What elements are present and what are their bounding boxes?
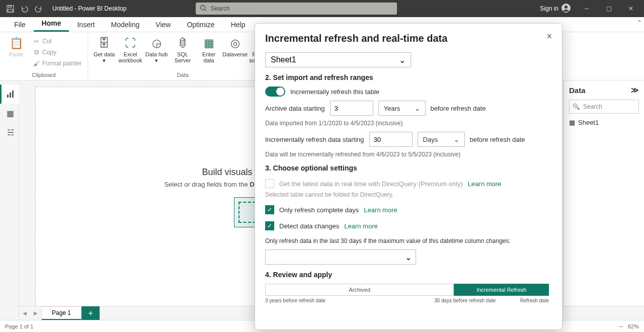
complete-days-label: Only refresh complete days [279, 206, 359, 214]
dialog-title: Incremental refresh and real-time data [265, 33, 552, 44]
tab-help[interactable]: Help [223, 18, 254, 32]
data-pane: Data≫ 🔍Search ▦Sheet1 [564, 80, 644, 320]
svg-rect-1 [8, 5, 11, 7]
data-pane-heading: Data [569, 86, 586, 95]
svg-rect-2 [8, 9, 12, 12]
format-painter-button[interactable]: 🖌Format painter [30, 58, 84, 68]
copy-icon: ⧉ [32, 48, 40, 56]
tab-view[interactable]: View [147, 18, 179, 32]
zoom-level: 62% [628, 323, 639, 329]
report-view-button[interactable] [0, 85, 19, 104]
scissors-icon: ✂ [32, 37, 40, 45]
table-icon: ▦ [569, 119, 575, 126]
incr-number-input[interactable] [369, 132, 413, 147]
enter-data-button[interactable]: ▦Enter data [197, 34, 221, 63]
dataverse-button[interactable]: ◎Dataverse [223, 34, 247, 57]
detect-changes-checkbox[interactable]: ✓ [265, 221, 274, 230]
archive-unit-label: Years [384, 105, 400, 112]
svg-rect-6 [7, 95, 9, 98]
close-window-button[interactable]: ✕ [620, 0, 642, 17]
section-3-title: 3. Choose optional settings [265, 164, 549, 172]
detect-changes-label: Detect data changes [279, 222, 339, 230]
learn-more-complete[interactable]: Learn more [364, 206, 397, 214]
table-label: Sheet1 [578, 119, 599, 126]
page-next-button[interactable]: ▶ [30, 306, 41, 320]
signin-button[interactable]: Sign in [535, 4, 576, 14]
chevron-down-icon: ⌄ [415, 105, 420, 112]
add-page-button[interactable]: + [82, 306, 100, 320]
copy-button[interactable]: ⧉Copy [30, 47, 84, 57]
svg-rect-8 [12, 91, 14, 98]
sql-icon: 🛢 [176, 36, 190, 50]
page-indicator: Page 1 of 1 [5, 323, 33, 329]
incremental-toggle[interactable] [265, 87, 285, 97]
learn-more-dq[interactable]: Learn more [468, 180, 501, 188]
database-icon: 🗄 [97, 36, 111, 50]
tab-file[interactable]: File [6, 18, 34, 32]
save-icon[interactable] [4, 3, 16, 15]
incr-hint: Data will be incrementally refreshed fro… [265, 151, 549, 158]
excel-workbook-button[interactable]: ⛶Excel workbook [118, 34, 142, 63]
archive-unit-select[interactable]: Years⌄ [378, 101, 426, 116]
timeline-label-incr: 30 days before refresh date [434, 298, 519, 304]
incr-label-pre: Incrementally refresh data starting [265, 136, 364, 143]
fields-search[interactable]: 🔍Search [569, 100, 639, 114]
tab-home[interactable]: Home [34, 16, 69, 32]
clipboard-group-label: Clipboard [32, 72, 55, 79]
table-sheet1[interactable]: ▦Sheet1 [569, 119, 639, 126]
archive-number-input[interactable] [330, 101, 373, 116]
tab-insert[interactable]: Insert [69, 18, 103, 32]
data-view-button[interactable]: ▦ [0, 104, 19, 123]
view-bar: ▦ ☵ [0, 80, 19, 320]
brush-icon: 🖌 [32, 59, 40, 67]
timeline-archived: Archived [265, 284, 454, 296]
collapse-ribbon-icon[interactable]: ⌃ [637, 19, 642, 26]
get-data-button[interactable]: 🗄Get data ▾ [92, 34, 116, 63]
model-view-button[interactable]: ☵ [0, 123, 19, 142]
redo-icon[interactable] [32, 3, 44, 15]
complete-days-checkbox[interactable]: ✓ [265, 205, 274, 214]
table-selector[interactable]: Sheet1 ⌄ [265, 52, 411, 67]
paste-button[interactable]: 📋 Paste [4, 34, 28, 57]
incr-unit-select[interactable]: Days⌄ [418, 132, 465, 147]
title-bar: Untitled - Power BI Desktop Search Sign … [0, 0, 644, 17]
tab-optimize[interactable]: Optimize [179, 18, 222, 32]
maximize-button[interactable]: ▢ [598, 0, 620, 17]
data-group-label: Data [177, 72, 188, 79]
dataverse-icon: ◎ [228, 36, 242, 50]
clipboard-icon: 📋 [9, 36, 23, 50]
close-dialog-button[interactable]: ✕ [544, 31, 555, 42]
signin-label: Sign in [540, 5, 558, 12]
archive-label-post: before refresh date [431, 105, 486, 112]
svg-point-3 [200, 5, 205, 10]
minimize-button[interactable]: ─ [576, 0, 598, 17]
directquery-label: Get the latest data in real time with Di… [279, 180, 463, 188]
section-4-title: 4. Review and apply [265, 271, 549, 279]
learn-more-detect[interactable]: Learn more [344, 222, 377, 230]
tab-modeling[interactable]: Modeling [103, 18, 147, 32]
refresh-timeline: Archived Incremental Refresh 3 years bef… [265, 284, 549, 304]
undo-icon[interactable] [18, 3, 30, 15]
data-hub-button[interactable]: ◶Data hub ▾ [144, 34, 169, 63]
incremental-refresh-dialog: ✕ Incremental refresh and real-time data… [255, 23, 562, 330]
window-title: Untitled - Power BI Desktop [48, 5, 126, 12]
chevron-down-icon: ⌄ [399, 55, 406, 65]
datetime-column-select[interactable]: ⌄ [265, 250, 416, 265]
dq-disabled-note: Selected table cannot be folded for Dire… [265, 191, 549, 198]
datahub-icon: ◶ [149, 36, 164, 50]
search-placeholder: Search [211, 5, 230, 12]
excel-label: Excel workbook [118, 51, 142, 63]
cut-button[interactable]: ✂Cut [30, 36, 84, 46]
incr-unit-label: Days [423, 136, 438, 143]
zoom-out-button[interactable]: ─ [619, 323, 623, 329]
format-painter-label: Format painter [42, 60, 82, 67]
page-tab-1[interactable]: Page 1 [41, 306, 82, 320]
expand-pane-icon[interactable]: ≫ [631, 86, 639, 95]
svg-rect-7 [10, 93, 11, 98]
global-search[interactable]: Search [196, 3, 397, 15]
page-prev-button[interactable]: ◀ [19, 306, 30, 320]
data-hub-label: Data hub ▾ [144, 51, 169, 63]
sql-server-button[interactable]: 🛢SQL Server [171, 34, 195, 63]
archive-label-pre: Archive data starting [265, 105, 325, 112]
selected-table-label: Sheet1 [271, 55, 296, 64]
